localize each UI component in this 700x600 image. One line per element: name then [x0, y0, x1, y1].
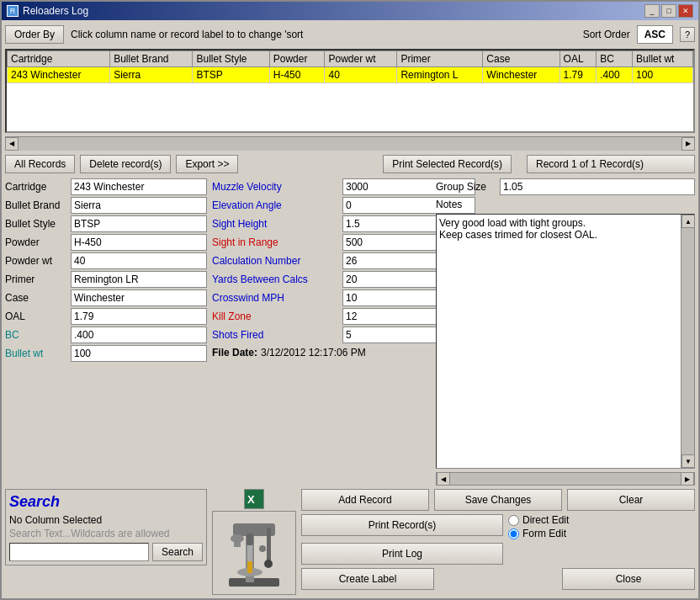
- group-size-label: Group Size: [436, 181, 495, 193]
- export-button[interactable]: Export >>: [176, 155, 238, 173]
- col-powder-wt[interactable]: Powder wt: [325, 51, 397, 67]
- table-header-row: Cartridge Bullet Brand Bullet Style Powd…: [8, 51, 693, 67]
- powder-label: Powder: [5, 236, 71, 248]
- bottom-section: Search No Column Selected Search Text...…: [5, 489, 695, 595]
- minimize-button[interactable]: _: [644, 4, 660, 18]
- yards-between-calcs-label: Yards Between Calcs: [212, 273, 342, 285]
- svg-rect-10: [247, 534, 253, 545]
- shots-fired-label: Shots Fired: [212, 329, 342, 341]
- help-button[interactable]: ?: [680, 27, 695, 42]
- col-bc[interactable]: BC: [597, 51, 633, 67]
- top-toolbar: Order By Click column name or record lab…: [5, 24, 695, 45]
- records-table: Cartridge Bullet Brand Bullet Style Powd…: [7, 50, 693, 83]
- save-changes-button[interactable]: Save Changes: [434, 489, 562, 511]
- print-log-button[interactable]: Print Log: [301, 543, 503, 565]
- notes-horiz-left[interactable]: ◀: [437, 472, 450, 486]
- excel-icon[interactable]: X: [244, 489, 264, 509]
- order-by-button[interactable]: Order By: [5, 25, 64, 44]
- cell-powder: H-450: [269, 67, 325, 83]
- powder-input[interactable]: [71, 234, 207, 251]
- cartridge-label: Cartridge: [5, 181, 71, 193]
- wildcard-hint: Search Text...Wildcards are allowed: [9, 528, 203, 539]
- sort-order-value: ASC: [637, 25, 673, 44]
- print-record-button[interactable]: Print Record(s): [301, 514, 503, 536]
- scroll-track[interactable]: [19, 137, 681, 151]
- svg-point-6: [264, 560, 273, 568]
- cell-bullet-brand: Sierra: [110, 67, 193, 83]
- close-button-bottom[interactable]: Close: [562, 568, 695, 590]
- clear-button[interactable]: Clear: [567, 489, 695, 511]
- record-info: Record 1 of 1 Record(s): [527, 155, 695, 173]
- notes-area: Very good load with tight groups. Keep c…: [436, 214, 695, 469]
- edit-mode-group: Direct Edit Form Edit: [508, 514, 695, 539]
- col-bullet-brand[interactable]: Bullet Brand: [110, 51, 193, 67]
- direct-edit-radio[interactable]: [508, 515, 519, 526]
- machine-image: [212, 511, 296, 595]
- close-button[interactable]: ✕: [678, 4, 693, 18]
- svg-point-13: [259, 545, 266, 552]
- col-cartridge[interactable]: Cartridge: [8, 51, 110, 67]
- col-oal[interactable]: OAL: [559, 51, 597, 67]
- primer-label: Primer: [5, 273, 71, 285]
- delete-records-button[interactable]: Delete record(s): [80, 155, 171, 173]
- print-selected-button[interactable]: Print Selected Record(s): [383, 155, 512, 173]
- bc-input[interactable]: [71, 327, 207, 343]
- bc-label: BC: [5, 329, 71, 341]
- cell-bc: .400: [597, 67, 633, 83]
- add-record-button[interactable]: Add Record: [301, 489, 429, 511]
- notes-text[interactable]: Very good load with tight groups. Keep c…: [437, 215, 681, 468]
- form-edit-radio[interactable]: [508, 528, 519, 539]
- cell-primer: Remington L: [397, 67, 483, 83]
- bullet-brand-label: Bullet Brand: [5, 199, 71, 211]
- bullet-brand-input[interactable]: [71, 197, 207, 214]
- powder-wt-input[interactable]: [71, 252, 207, 269]
- notes-scroll-down[interactable]: ▼: [681, 454, 695, 468]
- muzzle-velocity-label: Muzzle Velocity: [212, 181, 342, 193]
- cartridge-input[interactable]: [71, 178, 207, 195]
- file-date-value: 3/12/2012 12:17:06 PM: [261, 347, 366, 358]
- bullet-style-input[interactable]: [71, 215, 207, 232]
- primer-input[interactable]: [71, 271, 207, 288]
- window-controls: _ □ ✕: [644, 4, 693, 18]
- svg-rect-12: [234, 539, 241, 547]
- oal-label: OAL: [5, 311, 71, 322]
- cell-case: Winchester: [483, 67, 559, 83]
- cell-oal: 1.79: [559, 67, 597, 83]
- group-size-input[interactable]: [500, 178, 695, 195]
- notes-horiz-right[interactable]: ▶: [681, 472, 694, 486]
- oal-input[interactable]: [71, 308, 207, 325]
- crosswind-mph-label: Crosswind MPH: [212, 292, 342, 304]
- search-panel: Search No Column Selected Search Text...…: [5, 489, 207, 565]
- kill-zone-label: Kill Zone: [212, 311, 342, 322]
- search-button[interactable]: Search: [152, 543, 203, 561]
- all-records-button[interactable]: All Records: [5, 155, 75, 173]
- maximize-button[interactable]: □: [661, 4, 676, 18]
- powder-wt-label: Powder wt: [5, 255, 71, 267]
- table-row[interactable]: 243 Winchester Sierra BTSP H-450 40 Remi…: [8, 67, 693, 83]
- case-input[interactable]: [71, 289, 207, 306]
- scroll-left-button[interactable]: ◀: [5, 137, 19, 151]
- notes-horiz-track[interactable]: [450, 473, 681, 485]
- sort-order-label: Sort Order: [583, 29, 630, 40]
- search-title: Search: [9, 493, 203, 511]
- notes-horiz-scrollbar: ◀ ▶: [436, 472, 695, 486]
- col-powder[interactable]: Powder: [269, 51, 325, 67]
- bullet-wt-label: Bullet wt: [5, 348, 71, 359]
- form-area: Cartridge Bullet Brand Bullet Style Powd…: [5, 178, 695, 486]
- col-bullet-style[interactable]: Bullet Style: [193, 51, 269, 67]
- notes-scroll-track[interactable]: [681, 228, 694, 454]
- middle-form: Muzzle Velocity Elevation Angle Sight He…: [212, 178, 431, 486]
- scroll-right-button[interactable]: ▶: [681, 137, 695, 151]
- file-date-label: File Date:: [212, 347, 257, 358]
- col-case[interactable]: Case: [483, 51, 559, 67]
- notes-scroll-up[interactable]: ▲: [681, 215, 695, 228]
- bullet-wt-input[interactable]: [71, 345, 207, 362]
- notes-scrollbar: ▲ ▼: [681, 215, 694, 468]
- cell-bullet-wt: 100: [633, 67, 693, 83]
- calculation-number-label: Calculation Number: [212, 255, 342, 267]
- create-label-button[interactable]: Create Label: [301, 568, 434, 590]
- search-input[interactable]: [9, 543, 149, 561]
- col-bullet-wt[interactable]: Bullet wt: [633, 51, 693, 67]
- col-primer[interactable]: Primer: [397, 51, 483, 67]
- case-label: Case: [5, 292, 71, 304]
